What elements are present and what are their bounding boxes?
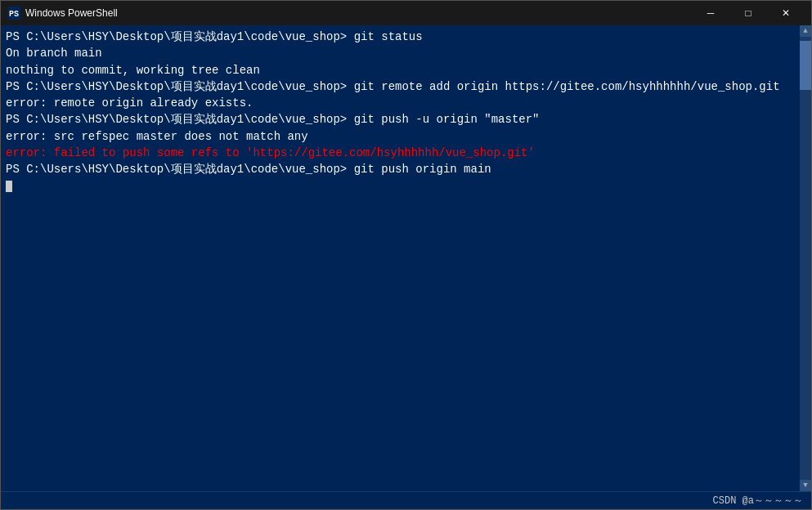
terminal-line	[6, 178, 795, 195]
title-bar: PS Windows PowerShell ─ □ ✕	[1, 1, 811, 25]
close-button[interactable]: ✕	[767, 1, 805, 25]
app-icon: PS	[7, 7, 20, 20]
terminal-line: PS C:\Users\HSY\Desktop\项目实战day1\code\vu…	[6, 161, 795, 177]
powershell-window: PS Windows PowerShell ─ □ ✕ PS C:\Users\…	[0, 0, 812, 510]
terminal-line: PS C:\Users\HSY\Desktop\项目实战day1\code\vu…	[6, 29, 795, 45]
terminal-area: PS C:\Users\HSY\Desktop\项目实战day1\code\vu…	[1, 25, 811, 491]
terminal-line: PS C:\Users\HSY\Desktop\项目实战day1\code\vu…	[6, 78, 795, 95]
svg-text:PS: PS	[9, 10, 19, 19]
terminal-line: error: remote origin already exists.	[6, 95, 795, 111]
bottom-bar: CSDN @a～～～～～	[1, 491, 811, 509]
terminal-line: error: failed to push some refs to 'http…	[6, 145, 795, 161]
scroll-down-arrow[interactable]: ▼	[800, 480, 811, 491]
maximize-button[interactable]: □	[729, 1, 767, 25]
terminal-line: error: src refspec master does not match…	[6, 128, 795, 145]
scroll-track	[800, 37, 811, 480]
minimize-button[interactable]: ─	[692, 1, 729, 25]
terminal-cursor	[6, 181, 12, 192]
terminal-line: nothing to commit, working tree clean	[6, 62, 795, 78]
scroll-up-arrow[interactable]: ▲	[800, 25, 811, 37]
terminal-content[interactable]: PS C:\Users\HSY\Desktop\项目实战day1\code\vu…	[1, 25, 800, 491]
terminal-line: PS C:\Users\HSY\Desktop\项目实战day1\code\vu…	[6, 111, 795, 128]
bottom-text: CSDN @a～～～～～	[713, 494, 803, 508]
window-controls: ─ □ ✕	[692, 1, 805, 25]
title-bar-text: Windows PowerShell	[25, 7, 692, 19]
scroll-thumb[interactable]	[800, 41, 811, 90]
terminal-line: On branch main	[6, 45, 795, 61]
vertical-scrollbar[interactable]: ▲ ▼	[800, 25, 811, 491]
